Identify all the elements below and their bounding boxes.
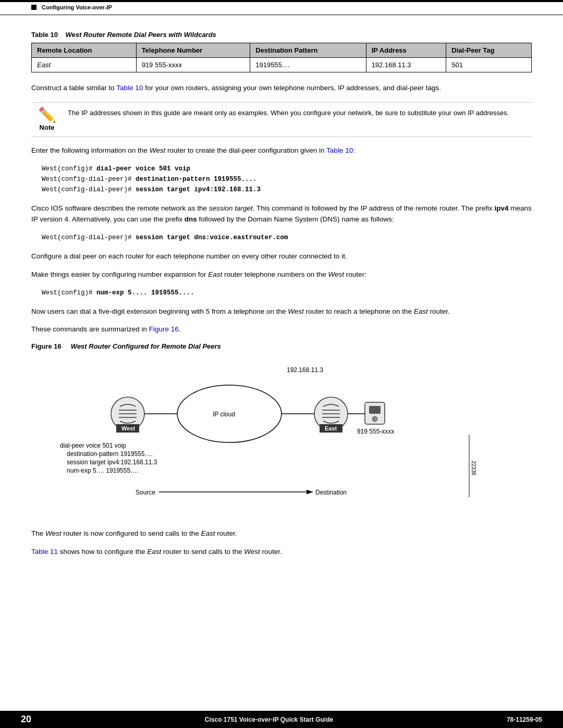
east-italic-p8: East [201,529,215,537]
figure-number: 22338 [471,461,476,475]
footer-doc-number: 78-11259-05 [507,716,542,723]
phone-button [372,416,377,422]
code-line-2: West(config-dial-peer)# destination-patt… [42,174,532,184]
code-line-numexp: West(config)# num-exp 5.... 1919555.... [42,288,532,298]
table-header-row: Remote Location Telephone Number Destina… [32,43,532,58]
header-square-icon [31,5,36,10]
col-ip-address: IP Address [366,43,446,58]
paragraph-6: Now users can dial a five-digit extensio… [31,306,532,317]
config-line-2: destination-pattern 1919555…. [67,450,153,458]
source-label: Source [136,489,155,496]
main-content: Table 10 West Router Remote Dial Peers w… [0,15,563,596]
paragraph-7: These commands are summarized in Figure … [31,324,532,335]
paragraph-2: Enter the following information on the W… [31,145,532,156]
page-footer: 20 Cisco 1751 Voice-over-IP Quick Start … [0,711,563,728]
top-border [0,0,563,2]
table-row: East 919 555-xxxx 1919555.... 192.168.11… [32,58,532,72]
code-line-dns: West(config-dial-peer)# session target d… [42,232,532,243]
paragraph-4: Configure a dial peer on each router for… [31,251,532,262]
table10-link-2[interactable]: Table 10 [326,146,353,154]
code-line-3: West(config-dial-peer)# session target i… [42,184,532,195]
table-10: Remote Location Telephone Number Destina… [31,43,532,72]
pencil-icon: ✏️ [38,108,56,122]
west-label: West [121,425,135,431]
note-label-area: ✏️ Note [31,108,63,131]
col-destination-pattern: Destination Pattern [250,43,366,58]
paragraph-3: Cisco IOS software describes the remote … [31,203,532,225]
cell-destination-pattern: 1919555.... [250,58,366,72]
header-section-label: Configuring Voice-over-IP [42,4,112,10]
paragraph-5: Make things easier by configuring number… [31,269,532,280]
phone-screen [369,406,381,414]
note-box: ✏️ Note The IP addresses shown in this g… [31,102,532,137]
table11-link[interactable]: Table 11 [31,548,58,556]
page-header: Configuring Voice-over-IP [0,0,563,15]
destination-label: Destination [315,489,347,496]
table10-title: Table 10 West Router Remote Dial Peers w… [31,31,532,39]
table10-link-1[interactable]: Table 10 [116,84,143,92]
cell-telephone-number: 919 555-xxxx [136,58,250,72]
footer-page-number: 20 [21,714,31,725]
east-label: East [325,425,337,431]
cell-dial-peer-tag: 501 [446,58,532,72]
paragraph-1: Construct a table similar to Table 10 fo… [31,83,532,94]
config-line-1: dial-peer voice 501 voip [60,442,126,449]
cell-remote-location: East [32,58,137,72]
config-line-3: session target ipv4:192.168.11.3 [67,459,157,466]
note-label: Note [40,124,55,131]
col-remote-location: Remote Location [32,43,137,58]
config-line-4: num-exp 5…. 1919555…. [67,467,138,474]
paragraph-8: The West router is now configured to sen… [31,528,532,539]
paragraph-9: Table 11 shows how to configure the East… [31,547,532,558]
note-text: The IP addresses shown in this guide are… [68,108,532,118]
code-block-3: West(config)# num-exp 5.... 1919555.... [42,288,532,298]
code-block-2: West(config-dial-peer)# session target d… [42,232,532,243]
footer-guide-name: Cisco 1751 Voice-over-IP Quick Start Gui… [205,716,333,723]
ip-cloud-label: IP cloud [213,411,235,418]
west-italic-p8: West [45,529,62,537]
code-block-1: West(config)# dial-peer voice 501 voip W… [42,164,532,195]
figure-16-container: 192.168.11.3 IP cloud West [31,356,532,518]
col-telephone-number: Telephone Number [136,43,250,58]
phone-number-label: 919 555-xxxx [357,428,394,435]
cell-ip-address: 192.168.11.3 [366,58,446,72]
col-dial-peer-tag: Dial-Peer Tag [446,43,532,58]
code-line-1: West(config)# dial-peer voice 501 voip [42,164,532,174]
figure16-title: Figure 16 West Router Configured for Rem… [31,342,532,350]
figure16-link[interactable]: Figure 16 [149,325,179,333]
network-diagram-svg: 192.168.11.3 IP cloud West [31,356,500,508]
ip-address-label: 192.168.11.3 [287,366,323,374]
